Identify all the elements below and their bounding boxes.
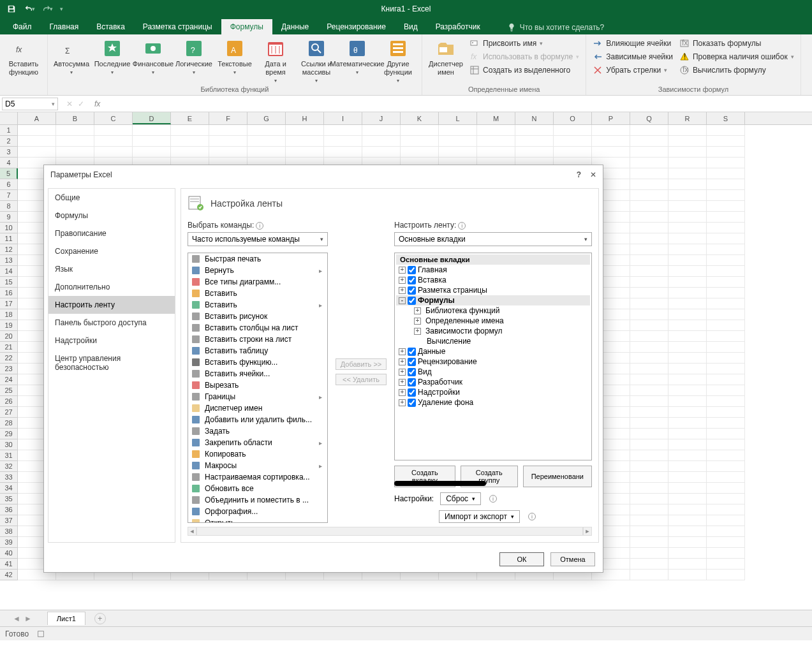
cell[interactable]	[133, 125, 171, 136]
tree-checkbox[interactable]	[408, 399, 416, 407]
cell[interactable]	[707, 212, 745, 223]
create-from-selection-button[interactable]: Создать из выделенного	[467, 64, 582, 77]
tab-developer[interactable]: Разработчик	[427, 19, 489, 34]
row-header[interactable]: 11	[0, 233, 18, 244]
autosum-button[interactable]: ΣАвтосумма▾	[52, 37, 91, 77]
cell[interactable]	[668, 418, 707, 429]
cell[interactable]	[707, 125, 745, 136]
row-header[interactable]: 33	[0, 472, 18, 483]
command-item[interactable]: Границы▸	[188, 391, 327, 402]
cell[interactable]	[630, 309, 668, 320]
cell[interactable]	[707, 168, 745, 179]
row-header[interactable]: 32	[0, 461, 18, 472]
row-header[interactable]: 2	[0, 136, 18, 147]
cell[interactable]	[668, 548, 707, 559]
cell[interactable]	[439, 125, 477, 136]
cell[interactable]	[630, 190, 668, 201]
fx-label-icon[interactable]: fx	[91, 99, 104, 108]
cell[interactable]	[668, 212, 707, 223]
command-item[interactable]: Вставить рисунок	[188, 311, 327, 322]
column-header[interactable]: P	[592, 112, 630, 124]
cell[interactable]	[630, 439, 668, 450]
cell[interactable]	[477, 136, 515, 147]
column-header[interactable]: C	[94, 112, 133, 124]
row-header[interactable]: 8	[0, 201, 18, 212]
cell[interactable]	[209, 125, 247, 136]
cell[interactable]	[707, 298, 745, 309]
cell[interactable]	[707, 309, 745, 320]
cell[interactable]	[707, 407, 745, 418]
cell[interactable]	[668, 439, 707, 450]
cell[interactable]	[630, 255, 668, 266]
expand-button[interactable]: +	[399, 399, 406, 406]
command-item[interactable]: Копировать	[188, 448, 327, 460]
use-in-formula-button[interactable]: fxИспользовать в формуле▾	[467, 50, 582, 63]
cell[interactable]	[554, 125, 592, 136]
cell[interactable]	[707, 201, 745, 212]
row-header[interactable]: 19	[0, 320, 18, 331]
cell[interactable]	[630, 331, 668, 342]
row-header[interactable]: 13	[0, 255, 18, 266]
cell[interactable]	[668, 429, 707, 439]
dialog-nav-item[interactable]: Панель быстрого доступа	[48, 314, 175, 332]
cell[interactable]	[630, 526, 668, 537]
tree-subitem[interactable]: Вычисление	[396, 336, 590, 346]
cell[interactable]	[324, 147, 362, 158]
cell[interactable]	[668, 331, 707, 342]
cell[interactable]	[630, 407, 668, 418]
command-item[interactable]: Вернуть▸	[188, 265, 327, 276]
expand-button[interactable]: +	[414, 318, 421, 325]
tree-checkbox[interactable]	[408, 297, 416, 305]
row-header[interactable]: 27	[0, 407, 18, 418]
row-header[interactable]: 9	[0, 212, 18, 223]
column-header[interactable]: D	[133, 112, 171, 124]
cell[interactable]	[707, 418, 745, 429]
cell[interactable]	[171, 125, 209, 136]
cell[interactable]	[668, 526, 707, 537]
add-sheet-button[interactable]: +	[94, 613, 106, 624]
column-header[interactable]: Q	[630, 112, 668, 124]
redo-button[interactable]: ▾	[40, 2, 55, 16]
expand-button[interactable]: +	[414, 328, 421, 335]
cell[interactable]	[707, 277, 745, 288]
row-header[interactable]: 1	[0, 125, 18, 136]
command-item[interactable]: Вставить▸	[188, 299, 327, 311]
cell[interactable]	[668, 483, 707, 494]
select-all-corner[interactable]	[0, 112, 18, 124]
cell[interactable]	[56, 136, 94, 147]
rename-button[interactable]: Переименовани	[523, 466, 592, 487]
expand-button[interactable]: +	[399, 287, 406, 294]
cell[interactable]	[668, 201, 707, 212]
cell[interactable]	[707, 179, 745, 190]
cell[interactable]	[592, 147, 630, 158]
cell[interactable]	[668, 494, 707, 504]
cell[interactable]	[56, 125, 94, 136]
column-header[interactable]: M	[477, 112, 515, 124]
dialog-nav-item[interactable]: Правописание	[48, 224, 175, 242]
qat-customize-icon[interactable]: ▾	[60, 6, 63, 12]
cell[interactable]	[668, 179, 707, 190]
import-export-button[interactable]: Импорт и экспорт▾	[439, 510, 520, 523]
macro-recording-icon[interactable]	[36, 629, 45, 638]
command-item[interactable]: Добавить или удалить филь...	[188, 414, 327, 425]
cell[interactable]	[630, 125, 668, 136]
cell[interactable]	[401, 136, 439, 147]
row-header[interactable]: 20	[0, 331, 18, 342]
dialog-nav-item[interactable]: Формулы	[48, 207, 175, 224]
tab-page-layout[interactable]: Разметка страницы	[134, 19, 221, 34]
date-time-button[interactable]: Дата и время▾	[256, 37, 295, 85]
cell[interactable]	[362, 125, 401, 136]
info-icon[interactable]: i	[528, 513, 536, 520]
cell[interactable]	[630, 494, 668, 504]
cell[interactable]	[707, 331, 745, 342]
save-button[interactable]	[4, 2, 19, 16]
cell[interactable]	[668, 277, 707, 288]
cell[interactable]	[630, 147, 668, 158]
column-header[interactable]: S	[707, 112, 745, 124]
expand-button[interactable]: +	[399, 379, 406, 386]
command-item[interactable]: Открыть	[188, 517, 327, 523]
cell[interactable]	[94, 136, 133, 147]
tree-checkbox[interactable]	[408, 378, 416, 386]
add-button[interactable]: Добавить >>	[336, 358, 387, 370]
row-header[interactable]: 16	[0, 288, 18, 298]
